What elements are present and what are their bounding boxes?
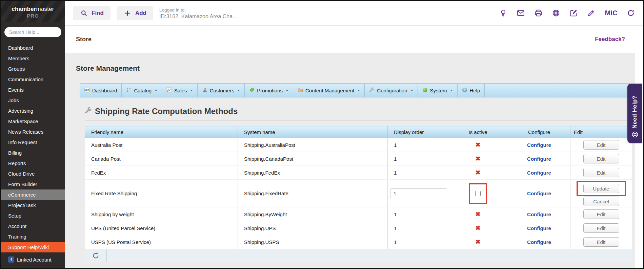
page-title: Store Management [76,64,643,72]
add-button[interactable]: Add [117,6,153,20]
add-button-label: Add [135,10,146,17]
display-order-input[interactable] [390,188,447,198]
friendly-name-cell: USPS (US Postal Service) [85,235,238,249]
sidebar-item-communication[interactable]: Communication [1,74,65,85]
edit-button[interactable]: Edit [583,223,619,233]
tab-content-management[interactable]: Content Management [293,84,365,97]
configure-link[interactable]: Configure [527,211,551,217]
annotation-box-update: Update [577,181,626,196]
sidebar-item-reports[interactable]: Reports [1,158,65,169]
sales-icon [166,87,172,94]
sidebar-item-events[interactable]: Events [1,85,65,95]
sidebar-item-dashboard[interactable]: Dashboard [1,43,65,53]
cancel-button[interactable]: Cancel [583,197,619,206]
search-help-input[interactable] [4,27,61,37]
promotions-icon [249,87,255,94]
friendly-name-cell: Canada Post [85,152,238,166]
system-icon [422,87,428,94]
sidebar-item-billing[interactable]: Billing [1,148,65,158]
sidebar-item-project-task[interactable]: Project/Task [1,200,65,210]
sidebar-item-cloud-drive[interactable]: Cloud Drive [1,169,65,179]
need-help-tab[interactable]: Need Help? [627,84,642,143]
sidebar-item-groups[interactable]: Groups [1,64,65,74]
globe-icon[interactable] [552,9,560,17]
life-ring-icon [631,131,639,140]
sidebar-item-marketspace[interactable]: MarketSpace [1,116,65,127]
edit-button[interactable]: Edit [583,209,619,219]
tab-help[interactable]: ? Help [458,84,485,97]
content-area: Store Management Dashboard Catalog Sales [65,53,643,268]
display-order-cell: 1 [388,152,448,166]
chevron-down-icon [357,90,360,91]
store-menubar: Dashboard Catalog Sales Customers [80,83,630,97]
edit-button[interactable]: Edit [583,140,619,150]
system-name-cell: Shipping.CanadaPost [238,152,388,166]
sidebar-item-account[interactable]: Account [1,221,65,231]
refresh-icon[interactable] [627,9,635,17]
dashboard-icon [84,87,90,94]
update-button[interactable]: Update [583,184,619,193]
tab-label: Sales [174,88,187,93]
system-name-cell: Shipping.FedEx [238,166,388,180]
logged-in-value: ID:3162, Kalamazoo Area Cha... [159,13,237,20]
column-header-system-name: System name [238,126,388,138]
section-header: Shipping Rate Computation Methods [85,107,643,116]
edit-button[interactable]: Edit [583,237,619,247]
sidebar-item-linked-account[interactable]: f Linked Account [1,254,65,265]
section-title: Shipping Rate Computation Methods [95,107,238,116]
configure-link[interactable]: Configure [527,190,551,196]
sidebar-item-support-help-wiki[interactable]: Support Help/Wiki [1,242,65,252]
configure-link[interactable]: Configure [527,156,551,162]
tab-configuration[interactable]: Configuration [365,84,418,97]
plus-icon [123,9,132,17]
table-row: Canada Post Shipping.CanadaPost 1 ✖ Conf… [85,152,632,166]
envelope-icon[interactable] [517,9,525,17]
configure-link[interactable]: Configure [527,142,551,148]
configure-link[interactable]: Configure [527,225,551,231]
table-footer-row [85,249,632,262]
sidebar-item-info-request[interactable]: Info Request [1,137,65,148]
column-header-configure: Configure [508,126,570,138]
sidebar-item-training[interactable]: Training [1,231,65,242]
lightbulb-icon[interactable] [499,9,507,17]
column-header-is-active: Is active [448,126,508,138]
friendly-name-cell: Shipping by weight [85,207,238,221]
pencil-icon[interactable] [587,9,596,17]
sidebar-item-advertising[interactable]: Advertising [1,106,65,116]
feedback-link[interactable]: Feedback? [595,36,625,43]
chevron-down-icon [286,90,288,91]
tab-sales[interactable]: Sales [162,84,198,97]
edit-button[interactable]: Edit [583,154,619,163]
tab-customers[interactable]: Customers [198,84,245,97]
shipping-methods-table: Friendly name System name Display order … [85,126,632,262]
column-header-friendly-name: Friendly name [85,126,238,138]
find-button[interactable]: Find [73,6,110,20]
printer-icon[interactable] [534,9,543,17]
sidebar-item-setup[interactable]: Setup [1,210,65,221]
sidebar-item-jobs[interactable]: Jobs [1,95,65,106]
display-order-cell: 1 [388,166,448,180]
mic-menu[interactable]: MIC [605,9,618,17]
table-refresh-button[interactable] [85,249,107,262]
linked-account-label: Linked Account [17,257,52,263]
sidebar-item-members[interactable]: Members [1,53,65,64]
tab-dashboard[interactable]: Dashboard [80,84,122,97]
system-name-cell: Shipping.UPS [238,221,388,235]
tab-label: System [430,88,447,93]
tab-catalog[interactable]: Catalog [122,84,162,97]
sidebar-nav: Dashboard Members Groups Communication E… [1,43,65,265]
tab-label: Promotions [257,88,283,93]
tab-promotions[interactable]: Promotions [245,84,293,97]
compose-icon[interactable] [569,9,578,17]
tab-system[interactable]: System [418,84,458,97]
configure-link[interactable]: Configure [527,239,551,245]
sidebar-item-news-releases[interactable]: News Releases [1,127,65,137]
configure-link[interactable]: Configure [527,170,551,176]
sidebar-item-ecommerce[interactable]: eCommerce [1,189,65,200]
edit-button[interactable]: Edit [583,168,619,177]
inactive-x-icon: ✖ [475,155,480,162]
sidebar-item-form-builder[interactable]: Form Builder [1,179,65,189]
is-active-checkbox[interactable] [475,191,481,196]
system-name-cell: Shipping.FixedRate [238,180,388,207]
chevron-down-icon [410,90,413,91]
